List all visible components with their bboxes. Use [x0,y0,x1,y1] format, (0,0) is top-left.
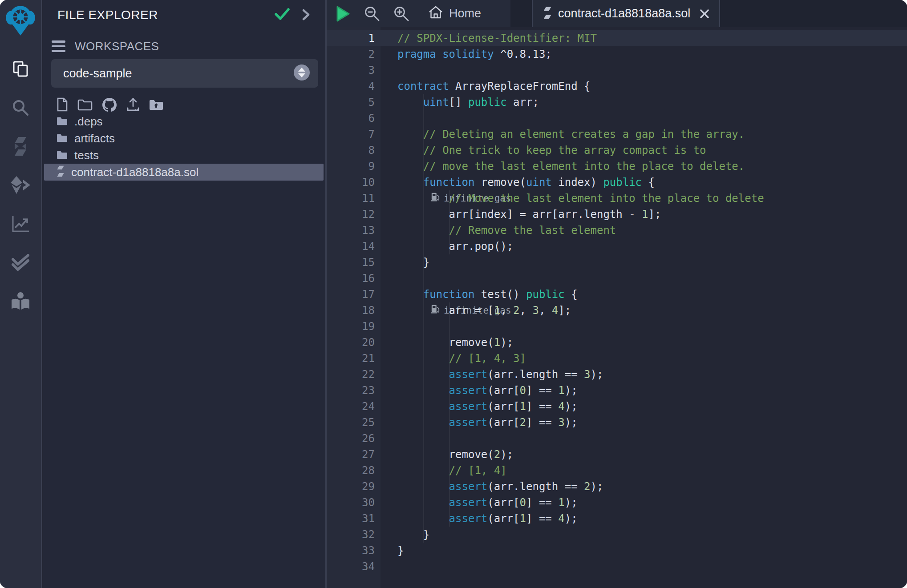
code-line-text: function remove(uint index) public { inf… [381,174,655,190]
file-explorer-panel: FILE EXPLORER WORKSPACES code-sample [43,0,327,588]
code-line[interactable]: 34 [327,559,907,575]
tab-contract-file[interactable]: contract-d1a8818a8a.sol [532,0,720,27]
code-line[interactable]: 31 assert(arr[1] == 4); [327,511,907,527]
code-line[interactable]: 29 assert(arr.length == 2); [327,479,907,495]
code-line[interactable]: 9 // move the last element into the plac… [327,158,907,174]
code-line[interactable]: 25 assert(arr[2] == 3); [327,415,907,431]
code-line[interactable]: 28 // [1, 4] [327,463,907,479]
run-script-button[interactable] [336,5,351,22]
line-number: 7 [327,126,381,142]
code-line[interactable]: 4contract ArrayReplaceFromEnd { [327,78,907,94]
sidebar-item-solidity-compiler[interactable] [0,134,41,160]
code-line[interactable]: 33} [327,543,907,559]
folder-row[interactable]: artifacts [43,130,325,147]
code-line[interactable]: 13 // Remove the last element [327,222,907,238]
folder-name: .deps [74,115,103,129]
line-number: 26 [327,431,381,447]
double-check-icon [11,254,30,273]
code-line[interactable]: 20 remove(1); [327,334,907,350]
upload-folder-icon[interactable] [149,99,163,113]
code-line-text: function test() public { infinite gas [381,286,578,302]
github-clone-icon[interactable] [102,97,117,114]
code-line-text: remove(1); [381,334,513,350]
line-number: 5 [327,94,381,110]
code-line-text: // Move the last element into the place … [381,190,764,206]
upload-file-icon[interactable] [126,97,140,113]
line-number: 22 [327,366,381,383]
code-line-text: // [1, 4, 3] [381,350,526,366]
code-line-text: // move the last element into the place … [381,158,745,174]
code-line-text: uint[] public arr; [381,94,539,110]
code-line-text: assert(arr[0] == 1); [381,383,578,399]
code-line[interactable]: 21 // [1, 4, 3] [327,350,907,366]
code-line[interactable]: 30 assert(arr[0] == 1); [327,495,907,511]
sidebar-item-solidity-unit-testing[interactable] [0,250,41,276]
chart-icon [12,215,29,234]
code-line-text: contract ArrayReplaceFromEnd { [381,78,590,94]
code-line[interactable]: 24 assert(arr[1] == 4); [327,399,907,415]
code-line-text: pragma solidity ^0.8.13; [381,46,552,62]
code-line-text: remove(2); [381,447,513,463]
files-icon [12,60,29,80]
line-number: 16 [327,270,381,286]
file-explorer-toolbar [57,98,163,113]
code-line-text: // [1, 4] [381,463,507,479]
code-line[interactable]: 14 arr.pop(); [327,238,907,254]
editor-tab-bar: Home contract-d1a8818a8a.sol [327,0,907,27]
workspaces-menu-icon[interactable] [52,40,65,52]
sidebar-item-search[interactable] [0,96,41,121]
home-icon [428,5,443,22]
folder-name: artifacts [74,132,115,145]
workspace-select[interactable]: code-sample [51,59,318,88]
code-editor[interactable]: 1// SPDX-License-Identifier: MIT2pragma … [327,27,907,588]
zoom-out-button[interactable] [364,6,380,22]
code-line[interactable]: 3 [327,62,907,78]
create-folder-icon[interactable] [77,98,93,113]
code-line[interactable]: 17 function test() public { infinite gas [327,286,907,302]
code-line-text: // Deleting an element creates a gap in … [381,126,745,142]
sidebar-item-deploy-and-run[interactable] [0,173,41,199]
tab-home[interactable]: Home [428,5,481,22]
folder-row[interactable]: tests [43,147,325,164]
code-line[interactable]: 23 assert(arr[0] == 1); [327,383,907,399]
line-number: 20 [327,334,381,350]
code-line[interactable]: 26 [327,431,907,447]
code-line[interactable]: 16 [327,270,907,286]
sidebar-item-learneth-tutorials[interactable] [0,289,41,315]
create-file-icon[interactable] [57,97,68,113]
file-row-selected[interactable]: contract-d1a8818a8a.sol [44,164,324,181]
code-line[interactable]: 27 remove(2); [327,447,907,463]
code-line[interactable]: 5 uint[] public arr; [327,94,907,110]
code-line[interactable]: 18 arr = [1, 2, 3, 4]; [327,302,907,318]
folder-row[interactable]: .deps [43,113,325,130]
line-number: 1 [327,30,381,46]
code-line[interactable]: 19 [327,318,907,334]
line-number: 9 [327,158,381,174]
sidebar-item-solidity-analyzers[interactable] [0,212,41,238]
code-line[interactable]: 1// SPDX-License-Identifier: MIT [327,30,907,46]
code-line[interactable]: 2pragma solidity ^0.8.13; [327,46,907,62]
line-number: 12 [327,206,381,222]
search-icon [12,99,29,118]
folder-icon [56,116,68,128]
code-line-text: } [381,527,429,543]
code-line[interactable]: 8 // One trick to keep the array compact… [327,142,907,158]
line-number: 14 [327,238,381,254]
code-line[interactable]: 12 arr[index] = arr[arr.length - 1]; [327,206,907,222]
code-line[interactable]: 11 // Move the last element into the pla… [327,190,907,206]
code-line-text: arr = [1, 2, 3, 4]; [381,302,571,318]
accept-check-icon[interactable] [275,8,290,22]
code-line[interactable]: 15 } [327,254,907,270]
code-line[interactable]: 6 [327,110,907,126]
code-line[interactable]: 10 function remove(uint index) public { … [327,174,907,190]
code-line[interactable]: 7 // Deleting an element creates a gap i… [327,126,907,142]
remix-ide-window: FILE EXPLORER WORKSPACES code-sample [0,0,907,588]
code-line[interactable]: 32 } [327,527,907,543]
remix-logo-icon[interactable] [6,3,35,41]
chevron-right-icon[interactable] [302,8,310,23]
zoom-in-button[interactable] [393,6,409,22]
code-line[interactable]: 22 assert(arr.length == 3); [327,366,907,383]
line-number: 10 [327,174,381,190]
close-tab-icon[interactable] [700,9,709,19]
sidebar-item-file-explorer[interactable] [0,57,41,83]
